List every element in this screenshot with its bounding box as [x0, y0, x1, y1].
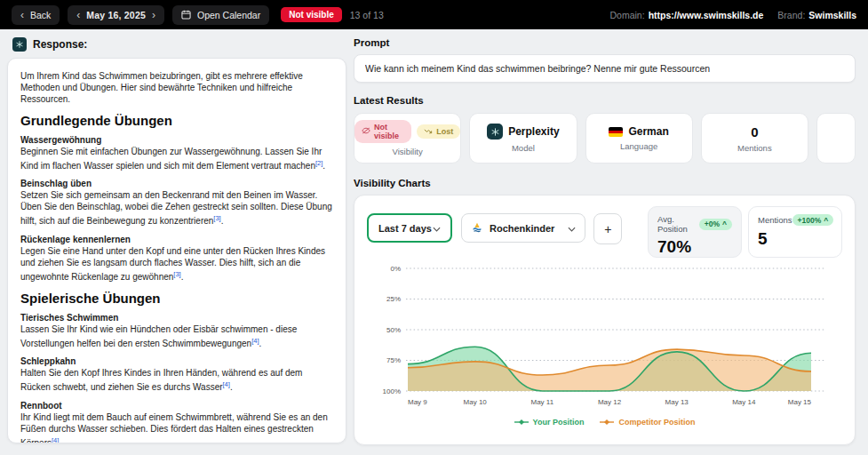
visibility-caption: Visibility — [393, 147, 423, 156]
response-item: RennbootIhr Kind liegt mit dem Bauch auf… — [20, 400, 333, 443]
citation-link[interactable]: [2] — [315, 159, 323, 167]
response-body: Um Ihrem Kind das Schwimmen beizubringen… — [20, 70, 333, 443]
response-header: Response: — [12, 37, 346, 52]
svg-text:May 14: May 14 — [732, 398, 756, 406]
add-competitor-button[interactable]: + — [593, 213, 622, 244]
svg-text:May 13: May 13 — [665, 398, 689, 406]
perplexity-icon — [12, 37, 27, 52]
citation-link[interactable]: [4] — [223, 380, 230, 388]
german-flag-icon — [609, 127, 623, 137]
mentions-stat-card: Mentions +100%^ 5 — [748, 206, 842, 258]
date-range-value: Last 7 days — [378, 223, 432, 234]
response-panel: Response: Um Ihrem Kind das Schwimmen be… — [7, 36, 346, 443]
not-visible-pill: Not visible — [354, 120, 411, 143]
back-button[interactable]: ‹ Back — [12, 5, 60, 25]
mentions-stat-value: 5 — [758, 229, 832, 249]
back-label: Back — [30, 10, 51, 20]
response-item-title: Tierisches Schwimmen — [20, 312, 333, 323]
next-day-chevron-icon[interactable]: › — [152, 12, 155, 19]
response-section-heading: Grundlegende Übungen — [20, 113, 333, 128]
svg-text:May 10: May 10 — [464, 398, 488, 406]
avg-position-value: 70% — [657, 237, 732, 257]
svg-text:50%: 50% — [386, 326, 401, 334]
avg-position-delta-badge: +0%^ — [699, 219, 732, 230]
model-name: Perplexity — [508, 125, 559, 138]
latest-results-label: Latest Results — [354, 95, 856, 106]
domain-value: https://www.swimskills.de — [649, 10, 764, 20]
svg-text:May 15: May 15 — [788, 398, 812, 406]
prompt-input[interactable] — [354, 54, 856, 83]
trend-down-icon — [424, 127, 433, 136]
result-card-partial — [816, 113, 856, 164]
open-calendar-button[interactable]: Open Calendar — [172, 5, 269, 25]
legend-label: Your Position — [533, 418, 585, 427]
response-section-heading: Spielerische Übungen — [20, 291, 333, 306]
svg-text:May 11: May 11 — [531, 398, 554, 406]
domain-label: Domain: — [610, 10, 645, 20]
language-row: German — [609, 125, 668, 138]
avg-position-label: Avg. Position — [657, 214, 699, 234]
chevron-down-icon — [568, 223, 576, 234]
response-card: Um Ihrem Kind das Schwimmen beizubringen… — [7, 58, 346, 443]
citation-link[interactable]: [4] — [251, 337, 259, 345]
date-navigator: ‹ May 16, 2025 › — [68, 5, 164, 25]
citation-link[interactable]: [3] — [213, 214, 220, 222]
caret-up-icon: ^ — [722, 220, 727, 228]
visibility-badges: Not visible Lost — [354, 120, 460, 143]
competitor-select[interactable]: Rochenkinder — [461, 213, 585, 243]
site-info: Domain:https://www.swimskills.de Brand:S… — [610, 10, 856, 20]
visibility-charts-label: Visibility Charts — [354, 178, 856, 188]
avg-position-card: Avg. Position +0%^ 70% — [648, 206, 742, 258]
response-item-title: Wassergewöhnung — [20, 134, 333, 146]
visibility-charts-card: Last 7 days Rochenkinder + — [354, 195, 856, 445]
brand-label: Brand: — [777, 10, 805, 20]
legend-marker-icon — [600, 419, 614, 426]
lost-pill: Lost — [417, 124, 460, 139]
competitor-logo-icon — [471, 221, 483, 235]
legend-label: Competitor Position — [618, 418, 695, 427]
response-item-title: Rennboot — [20, 400, 333, 411]
legend-item: Competitor Position — [600, 418, 695, 427]
legend-marker-icon — [514, 419, 529, 426]
plus-icon: + — [604, 222, 611, 236]
svg-text:25%: 25% — [386, 295, 401, 303]
response-item-title: Schleppkahn — [20, 355, 333, 367]
svg-text:0%: 0% — [390, 265, 401, 273]
response-item: Tierisches SchwimmenLassen Sie Ihr Kind … — [20, 312, 333, 349]
date-range-select[interactable]: Last 7 days — [367, 213, 452, 243]
brand-info: Brand:Swimskills — [777, 10, 856, 20]
chevron-down-icon — [433, 223, 441, 234]
model-row: Perplexity — [487, 124, 559, 140]
top-bar: ‹ Back ‹ May 16, 2025 › Open Calendar No… — [0, 0, 868, 29]
caret-up-icon: ^ — [824, 216, 828, 225]
visibility-status-badge: Not visible — [281, 7, 342, 22]
chart-canvas: 0%25%50%75%100%May 9May 10May 11May 12Ma… — [367, 261, 844, 414]
mentions-delta-badge: +100%^ — [792, 214, 834, 226]
lost-label: Lost — [436, 127, 453, 136]
response-item: Rückenlage kennenlernenLegen Sie eine Ha… — [20, 234, 333, 283]
svg-text:May 12: May 12 — [598, 398, 622, 406]
mentions-card: 0 Mentions — [701, 113, 808, 164]
previous-day-chevron-icon[interactable]: ‹ — [76, 12, 80, 19]
chart-legend: Your PositionCompetitor Position — [367, 418, 842, 427]
chevron-left-icon: ‹ — [20, 12, 24, 19]
visibility-card: Not visible Lost Visibility — [354, 113, 461, 164]
response-title: Response: — [33, 38, 87, 51]
citation-link[interactable]: [4] — [52, 436, 59, 443]
mentions-caption: Mentions — [737, 143, 772, 153]
svg-text:75%: 75% — [386, 356, 401, 364]
prompt-label: Prompt — [354, 37, 856, 48]
not-visible-label: Not visible — [374, 123, 404, 140]
response-item: WassergewöhnungBeginnen Sie mit einfache… — [20, 134, 333, 172]
language-name: German — [628, 125, 668, 138]
citation-link[interactable]: [3] — [173, 270, 180, 278]
response-item-title: Beinschlag üben — [20, 178, 333, 189]
position-chart: 0%25%50%75%100%May 9May 10May 11May 12Ma… — [367, 261, 842, 427]
domain-info: Domain:https://www.swimskills.de — [610, 10, 764, 20]
response-item: SchleppkahnHalten Sie den Kopf Ihres Kin… — [20, 355, 333, 393]
model-caption: Model — [512, 143, 535, 153]
latest-results-row: Not visible Lost Visibility Perplexity M… — [354, 113, 856, 164]
svg-text:May 9: May 9 — [408, 398, 427, 406]
current-date: May 16, 2025 — [86, 10, 146, 20]
analysis-panel: Prompt Latest Results Not visible Lost — [354, 36, 856, 445]
